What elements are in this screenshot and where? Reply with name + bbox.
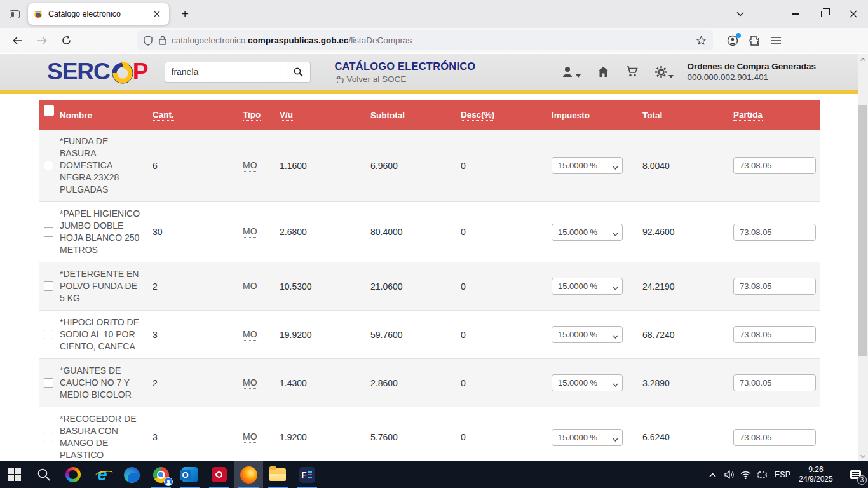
- impuesto-select[interactable]: 15.0000 %: [552, 157, 623, 174]
- impuesto-select[interactable]: 15.0000 %: [552, 374, 623, 391]
- tray-chevron-up-icon[interactable]: [705, 461, 721, 488]
- cell-tipo[interactable]: MO: [243, 377, 280, 389]
- tray-date: 24/9/2025: [796, 475, 836, 484]
- impuesto-select-wrap: 15.0000 %: [552, 160, 623, 170]
- row-checkbox[interactable]: [44, 330, 53, 339]
- bookmark-star-icon[interactable]: [691, 32, 710, 49]
- row-checkbox[interactable]: [44, 281, 53, 291]
- col-header-partida[interactable]: Partida: [733, 110, 820, 121]
- cell-nombre: *RECOGEDOR DE BASURA CON MANGO DE PLASTI…: [60, 413, 153, 461]
- url-text[interactable]: catalogoelectronico.compraspublicas.gob.…: [172, 36, 691, 45]
- cell-vu: 1.9200: [280, 432, 370, 442]
- col-header-impuesto: Impuesto: [552, 111, 642, 120]
- internet-explorer-button[interactable]: e: [88, 461, 117, 488]
- new-tab-button[interactable]: +: [175, 4, 194, 24]
- forward-button[interactable]: [32, 31, 52, 50]
- language-indicator[interactable]: ESP: [775, 470, 790, 479]
- settings-menu-button[interactable]: [655, 66, 674, 78]
- restore-button[interactable]: [810, 0, 839, 28]
- copilot-button[interactable]: [58, 461, 88, 488]
- notification-count-badge: 3: [857, 475, 867, 485]
- restore-icon: [821, 11, 827, 17]
- tray-clock[interactable]: 9:26 24/9/2025: [796, 465, 836, 484]
- user-menu-button[interactable]: [562, 66, 581, 78]
- partida-input[interactable]: [733, 429, 816, 446]
- lock-icon[interactable]: [159, 36, 166, 45]
- col-header-tipo[interactable]: Tipo: [243, 110, 280, 121]
- notification-center-button[interactable]: 3: [843, 461, 868, 488]
- edge-button[interactable]: [117, 461, 146, 488]
- shield-icon[interactable]: [144, 36, 153, 46]
- search-button[interactable]: [287, 62, 311, 83]
- row-checkbox[interactable]: [44, 378, 53, 388]
- row-checkbox[interactable]: [44, 161, 53, 170]
- home-button[interactable]: [597, 66, 609, 78]
- cell-tipo[interactable]: MO: [243, 431, 280, 443]
- firefox-button[interactable]: [234, 461, 263, 488]
- page-scrollbar[interactable]: [858, 54, 868, 461]
- partida-input[interactable]: [733, 278, 816, 295]
- scrollbar-thumb[interactable]: [858, 105, 867, 356]
- cell-subtotal: 59.7600: [370, 330, 461, 340]
- extensions-icon[interactable]: [743, 31, 765, 50]
- minimize-button[interactable]: [780, 0, 810, 28]
- firefox-view-button[interactable]: [5, 4, 24, 24]
- impuesto-select[interactable]: 15.0000 %: [552, 326, 623, 343]
- row-checkbox[interactable]: [44, 433, 53, 442]
- wifi-icon[interactable]: [738, 461, 754, 488]
- cell-cant: 2: [153, 281, 243, 292]
- file-explorer-button[interactable]: [263, 461, 292, 488]
- cart-button[interactable]: [626, 66, 639, 78]
- row-checkbox[interactable]: [44, 227, 53, 237]
- volver-al-soce-link[interactable]: Volver al SOCE: [335, 74, 545, 84]
- partida-input[interactable]: [733, 157, 816, 174]
- outlook-button[interactable]: [175, 461, 205, 488]
- partida-input[interactable]: [733, 224, 816, 241]
- cell-desc: 0: [461, 378, 552, 388]
- start-button[interactable]: [0, 461, 29, 488]
- cell-tipo[interactable]: MO: [243, 329, 280, 341]
- col-header-cant[interactable]: Cant.: [153, 110, 243, 121]
- display-connect-icon[interactable]: [754, 461, 771, 488]
- url-bar[interactable]: catalogoelectronico.compraspublicas.gob.…: [137, 30, 713, 50]
- taskbar-search-button[interactable]: [29, 461, 58, 488]
- col-header-desc[interactable]: Desc(%): [461, 110, 552, 121]
- cell-tipo[interactable]: MO: [243, 160, 280, 172]
- menu-hamburger-icon[interactable]: [765, 31, 787, 50]
- cell-tipo[interactable]: MO: [243, 281, 280, 292]
- chrome-button[interactable]: [146, 461, 175, 488]
- cell-total: 92.4600: [642, 227, 733, 237]
- impuesto-select[interactable]: 15.0000 %: [552, 278, 623, 295]
- back-button[interactable]: [8, 31, 28, 50]
- search-input[interactable]: [165, 62, 287, 83]
- reload-button[interactable]: [56, 31, 76, 50]
- acrobat-button[interactable]: [205, 461, 234, 488]
- list-all-tabs-icon[interactable]: [729, 4, 751, 24]
- erp-app-button[interactable]: F: [292, 461, 322, 488]
- cell-total: 68.7240: [642, 330, 733, 340]
- impuesto-select-wrap: 15.0000 %: [552, 377, 623, 388]
- cell-desc: 0: [461, 227, 552, 237]
- impuesto-select[interactable]: 15.0000 %: [552, 224, 623, 241]
- partida-input[interactable]: [733, 374, 816, 391]
- partida-input[interactable]: [733, 326, 816, 343]
- scroll-up-icon[interactable]: [858, 54, 868, 64]
- close-window-button[interactable]: [839, 0, 868, 28]
- browser-tab[interactable]: Catálogo electrónico: [28, 3, 169, 25]
- sercop-logo[interactable]: SERC P: [47, 58, 148, 85]
- url-path: /listaDeCompras: [348, 36, 412, 45]
- erp-app-icon: F: [299, 467, 315, 483]
- internet-explorer-icon: e: [97, 465, 107, 485]
- account-button[interactable]: [722, 31, 743, 50]
- col-header-vu[interactable]: V/u: [280, 110, 370, 121]
- cell-desc: 0: [461, 281, 552, 292]
- gold-divider-bar: [0, 90, 858, 94]
- volume-icon[interactable]: [721, 461, 738, 488]
- cell-tipo[interactable]: MO: [243, 226, 280, 238]
- cell-vu: 1.4300: [280, 378, 370, 388]
- tab-close-icon[interactable]: [150, 7, 164, 21]
- select-all-checkbox[interactable]: [44, 105, 54, 116]
- browser-toolbar: catalogoelectronico.compraspublicas.gob.…: [0, 28, 868, 53]
- scroll-down-icon[interactable]: [858, 451, 868, 461]
- impuesto-select[interactable]: 15.0000 %: [552, 429, 623, 446]
